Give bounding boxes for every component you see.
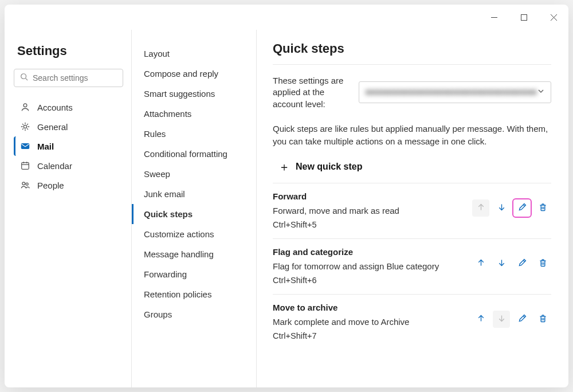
pencil-icon bbox=[517, 313, 527, 326]
nav-people[interactable]: People bbox=[14, 175, 123, 195]
svg-point-4 bbox=[21, 74, 26, 79]
svg-rect-1 bbox=[521, 14, 527, 20]
subnav-item[interactable]: Quick steps bbox=[132, 204, 256, 224]
mail-icon bbox=[20, 141, 30, 151]
subnav-item[interactable]: Forwarding bbox=[132, 264, 256, 284]
primary-sidebar: Settings Accounts Genera bbox=[5, 30, 132, 387]
nav-general[interactable]: General bbox=[14, 117, 123, 136]
svg-line-5 bbox=[26, 79, 28, 81]
svg-line-22 bbox=[523, 260, 525, 262]
delete-button[interactable] bbox=[534, 255, 551, 272]
svg-rect-8 bbox=[21, 143, 29, 149]
chevron-down-icon bbox=[537, 87, 545, 97]
content: Settings Accounts Genera bbox=[5, 30, 568, 387]
arrow-down-icon bbox=[497, 202, 507, 214]
svg-line-27 bbox=[523, 316, 525, 317]
subnav-item[interactable]: Rules bbox=[132, 124, 256, 144]
search-input[interactable] bbox=[33, 73, 117, 83]
arrow-down-icon bbox=[497, 258, 507, 270]
person-icon bbox=[20, 102, 30, 112]
nav-label: General bbox=[37, 122, 68, 132]
step-shortcut: Ctrl+Shift+7 bbox=[273, 331, 551, 340]
edit-button[interactable] bbox=[513, 311, 531, 328]
calendar-icon bbox=[20, 160, 30, 171]
arrow-up-icon bbox=[476, 202, 486, 214]
arrow-down-icon bbox=[497, 313, 507, 326]
edit-button[interactable] bbox=[513, 255, 531, 272]
subnav-item[interactable]: Smart suggestions bbox=[132, 84, 256, 104]
divider bbox=[273, 64, 551, 65]
arrow-up-icon bbox=[476, 258, 486, 270]
svg-point-13 bbox=[22, 182, 25, 185]
subnav-item[interactable]: Sweep bbox=[132, 164, 256, 184]
subnav-item[interactable]: Retention policies bbox=[132, 284, 256, 304]
quick-step-item: Move to archiveMark complete and move to… bbox=[273, 294, 551, 350]
subnav-item[interactable]: Groups bbox=[132, 304, 256, 324]
close-button[interactable] bbox=[541, 8, 566, 26]
svg-line-17 bbox=[523, 205, 525, 206]
account-select[interactable]: ■■■■■■■■■■■■■■■■■■■■■■■■■■■■■■■ bbox=[359, 81, 551, 103]
delete-button[interactable] bbox=[534, 311, 551, 328]
subnav-item[interactable]: Conditional formatting bbox=[132, 144, 256, 164]
new-quick-step-button[interactable]: ＋ New quick step bbox=[273, 158, 551, 183]
move-up-button[interactable] bbox=[472, 311, 489, 328]
svg-rect-9 bbox=[22, 163, 29, 170]
search-field[interactable] bbox=[14, 69, 123, 87]
svg-point-14 bbox=[26, 183, 28, 185]
plus-icon: ＋ bbox=[278, 161, 290, 173]
step-shortcut: Ctrl+Shift+5 bbox=[273, 220, 551, 229]
trash-icon bbox=[538, 313, 548, 326]
nav-label: People bbox=[37, 181, 64, 190]
subnav-item[interactable]: Layout bbox=[132, 44, 256, 64]
account-scope-label: These settings are applied at the accoun… bbox=[273, 75, 348, 110]
step-actions bbox=[472, 199, 551, 217]
nav-calendar[interactable]: Calendar bbox=[14, 156, 123, 175]
move-up-button bbox=[472, 199, 489, 217]
quick-step-item: ForwardForward, move and mark as readCtr… bbox=[273, 183, 551, 238]
delete-button[interactable] bbox=[534, 199, 551, 217]
move-down-button bbox=[493, 311, 510, 328]
new-step-label: New quick step bbox=[296, 162, 362, 172]
mail-subnav: LayoutCompose and replySmart suggestions… bbox=[132, 30, 257, 387]
subnav-item[interactable]: Attachments bbox=[132, 104, 256, 124]
steps-list: ForwardForward, move and mark as readCtr… bbox=[273, 183, 551, 350]
subnav-item[interactable]: Customize actions bbox=[132, 224, 256, 244]
edit-button[interactable] bbox=[513, 199, 531, 217]
settings-window: Settings Accounts Genera bbox=[5, 5, 568, 387]
svg-point-6 bbox=[23, 104, 27, 107]
move-down-button[interactable] bbox=[493, 255, 510, 272]
pencil-icon bbox=[517, 258, 527, 270]
account-value: ■■■■■■■■■■■■■■■■■■■■■■■■■■■■■■■ bbox=[365, 87, 537, 97]
step-actions bbox=[472, 311, 551, 328]
subnav-item[interactable]: Compose and reply bbox=[132, 64, 256, 84]
arrow-up-icon bbox=[476, 313, 486, 326]
subnav-item[interactable]: Message handling bbox=[132, 244, 256, 264]
trash-icon bbox=[538, 202, 548, 214]
account-scope-row: These settings are applied at the accoun… bbox=[273, 75, 551, 110]
search-icon bbox=[20, 73, 28, 83]
trash-icon bbox=[538, 258, 548, 270]
nav-mail[interactable]: Mail bbox=[14, 136, 123, 156]
description-text: Quick steps are like rules but applied m… bbox=[273, 123, 551, 148]
nav-accounts[interactable]: Accounts bbox=[14, 97, 123, 117]
settings-title: Settings bbox=[17, 44, 120, 58]
nav-label: Calendar bbox=[37, 161, 72, 171]
nav-label: Accounts bbox=[37, 103, 73, 112]
main-panel: Quick steps These settings are applied a… bbox=[257, 30, 568, 387]
gear-icon bbox=[20, 121, 30, 132]
quick-step-item: Flag and categorizeFlag for tomorrow and… bbox=[273, 238, 551, 294]
move-down-button[interactable] bbox=[493, 199, 510, 217]
maximize-button[interactable] bbox=[511, 8, 536, 26]
page-heading: Quick steps bbox=[273, 41, 551, 56]
svg-point-7 bbox=[23, 125, 26, 128]
move-up-button[interactable] bbox=[472, 255, 489, 272]
subnav-item[interactable]: Junk email bbox=[132, 184, 256, 204]
titlebar bbox=[5, 5, 568, 30]
people-icon bbox=[20, 180, 30, 190]
step-actions bbox=[472, 255, 551, 272]
pencil-icon bbox=[517, 202, 527, 214]
nav-label: Mail bbox=[37, 142, 54, 151]
minimize-button[interactable] bbox=[481, 8, 507, 26]
step-shortcut: Ctrl+Shift+6 bbox=[273, 276, 551, 285]
subnav-list: LayoutCompose and replySmart suggestions… bbox=[132, 44, 256, 324]
